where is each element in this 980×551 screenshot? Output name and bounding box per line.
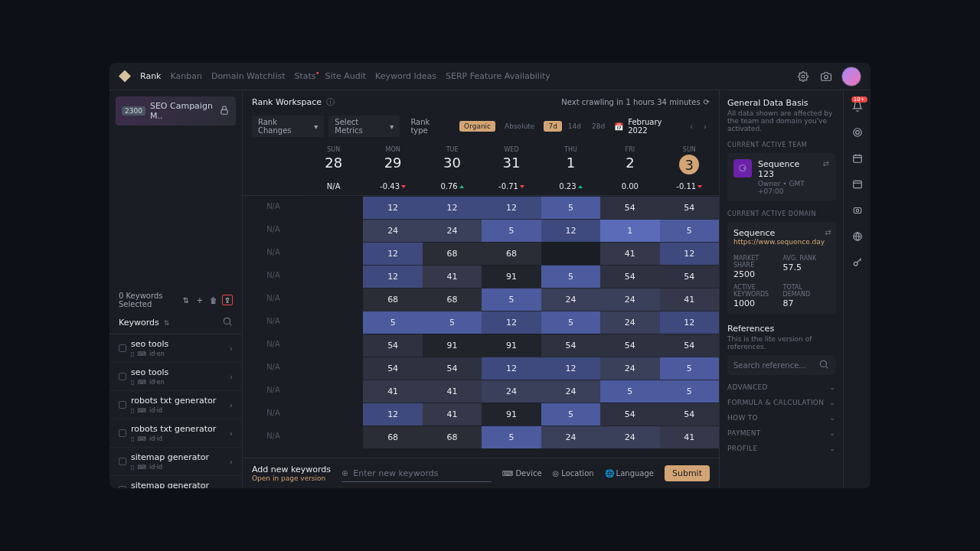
checkbox[interactable] — [119, 458, 126, 465]
rank-cell[interactable]: 54 — [423, 357, 482, 380]
campaign-selector[interactable]: 2300 SEO Campaign M.. — [116, 96, 236, 126]
keyword-input[interactable]: ⊕ Enter new keywords — [341, 465, 492, 482]
rank-type-absolute[interactable]: Absolute — [500, 121, 539, 132]
target-icon[interactable] — [851, 126, 864, 139]
rank-cell[interactable]: 12 — [482, 357, 541, 380]
checkbox[interactable] — [119, 373, 126, 380]
keyword-row[interactable]: seo tools▯⌨id·en› — [109, 334, 242, 363]
rank-cell[interactable]: 54 — [600, 265, 659, 288]
rank-cell[interactable]: 54 — [660, 196, 719, 219]
domain-card[interactable]: Sequence https://www.sequence.day ⇄ MARK… — [727, 222, 835, 315]
rank-cell[interactable]: 5 — [482, 425, 541, 448]
rank-cell[interactable]: 54 — [363, 357, 422, 380]
rank-cell[interactable]: 68 — [423, 242, 482, 265]
nav-kanban[interactable]: Kanban — [170, 71, 201, 81]
rank-cell[interactable]: 54 — [541, 334, 600, 357]
kw-column-header[interactable]: Keywords ⇅ — [109, 311, 242, 334]
checkbox[interactable] — [119, 344, 126, 352]
rank-cell[interactable]: 24 — [541, 425, 600, 448]
accordion-payment[interactable]: PAYMENT⌄ — [727, 425, 835, 441]
nav-rank[interactable]: Rank — [140, 71, 161, 81]
rank-cell[interactable]: 41 — [423, 403, 482, 425]
rank-cell[interactable]: 68 — [482, 242, 541, 265]
export-icon[interactable]: ⇪ — [222, 295, 233, 305]
rank-cell[interactable]: 5 — [482, 288, 541, 311]
rank-cell[interactable]: 68 — [363, 288, 422, 311]
rank-cell[interactable]: 41 — [600, 242, 659, 265]
rank-cell[interactable]: 91 — [482, 265, 541, 288]
next-button[interactable]: › — [701, 122, 710, 131]
location-selector[interactable]: ◎Location — [553, 469, 594, 478]
rank-cell[interactable]: 12 — [482, 196, 541, 219]
open-page-link[interactable]: Open in page version — [252, 474, 331, 482]
rank-cell[interactable]: 54 — [600, 334, 659, 357]
device-selector[interactable]: ⌨Device — [502, 469, 542, 478]
rank-cell[interactable]: 24 — [541, 288, 600, 311]
rank-cell[interactable] — [541, 242, 600, 265]
rank-cell[interactable]: 54 — [363, 334, 422, 357]
accordion-formula-calculation[interactable]: FORMULA & CALCULATION⌄ — [727, 395, 835, 410]
keyword-row[interactable]: robots txt generator▯⌨id·id› — [109, 419, 242, 448]
rank-cell[interactable]: 24 — [600, 288, 659, 311]
team-card[interactable]: ⚆ Sequence 123 Owner • GMT +07:00 ⇄ — [727, 153, 835, 201]
rank-cell[interactable]: 5 — [541, 265, 600, 288]
select-metrics-dropdown[interactable]: Select Metrics▾ — [328, 116, 400, 137]
rank-cell[interactable]: 5 — [660, 380, 719, 403]
rank-cell[interactable]: 41 — [660, 425, 719, 448]
rank-cell[interactable]: 5 — [363, 311, 422, 334]
calendar-icon[interactable] — [851, 152, 864, 165]
nav-stats[interactable]: Stats — [295, 71, 316, 81]
rank-cell[interactable]: 5 — [541, 196, 600, 219]
info-icon[interactable]: ⓘ — [326, 96, 335, 108]
rank-cell[interactable]: 5 — [660, 357, 719, 380]
sort-icon[interactable]: ⇅ — [181, 295, 191, 305]
globe-icon[interactable] — [851, 230, 864, 243]
rank-cell[interactable]: 1 — [600, 219, 659, 242]
rank-cell[interactable]: 41 — [423, 380, 482, 403]
period-28d[interactable]: 28d — [587, 121, 609, 132]
period-14d[interactable]: 14d — [564, 121, 586, 132]
rank-cell[interactable]: 5 — [482, 219, 541, 242]
rank-cell[interactable]: 54 — [660, 265, 719, 288]
rank-cell[interactable]: 91 — [482, 334, 541, 357]
rank-cell[interactable]: 24 — [423, 219, 482, 242]
rank-changes-dropdown[interactable]: Rank Changes▾ — [252, 116, 324, 137]
rank-cell[interactable]: 5 — [600, 380, 659, 403]
rank-cell[interactable]: 12 — [660, 242, 719, 265]
accordion-profile[interactable]: PROFILE⌄ — [727, 441, 835, 456]
rank-cell[interactable]: 24 — [600, 357, 659, 380]
period-7d[interactable]: 7d — [544, 121, 561, 132]
rank-cell[interactable]: 12 — [363, 242, 422, 265]
search-icon[interactable] — [222, 316, 233, 329]
rank-cell[interactable]: 24 — [541, 380, 600, 403]
prev-button[interactable]: ‹ — [687, 122, 696, 131]
rank-cell[interactable]: 41 — [660, 288, 719, 311]
rank-cell[interactable]: 68 — [363, 425, 422, 448]
keyword-row[interactable]: sitemap generator▯⌨id·id› — [109, 476, 242, 488]
keyword-row[interactable]: sitemap generator▯⌨id·id› — [109, 448, 242, 476]
accordion-advanced[interactable]: ADVANCED⌄ — [727, 380, 835, 395]
rank-cell[interactable]: 68 — [423, 425, 482, 448]
rank-cell[interactable]: 24 — [482, 380, 541, 403]
rank-cell[interactable]: 54 — [600, 403, 659, 425]
rank-cell[interactable]: 68 — [423, 288, 482, 311]
rank-cell[interactable]: 5 — [541, 403, 600, 425]
rank-cell[interactable]: 54 — [600, 196, 659, 219]
rank-cell[interactable]: 12 — [541, 219, 600, 242]
plus-icon[interactable]: + — [194, 295, 205, 305]
checkbox[interactable] — [119, 401, 126, 409]
key-icon[interactable] — [851, 256, 864, 269]
nav-serp-feature-availability[interactable]: SERP Feature Availability — [446, 71, 550, 81]
bell-icon[interactable]: 10+ — [851, 99, 864, 113]
rank-cell[interactable]: 91 — [482, 403, 541, 425]
rank-type-organic[interactable]: Organic — [459, 121, 495, 132]
reference-search[interactable]: Search reference... — [727, 355, 835, 375]
rank-cell[interactable]: 91 — [423, 334, 482, 357]
rank-cell[interactable]: 12 — [363, 403, 422, 425]
avatar[interactable] — [841, 67, 861, 86]
submit-button[interactable]: Submit — [665, 465, 710, 481]
rank-cell[interactable]: 12 — [482, 311, 541, 334]
rank-cell[interactable]: 5 — [660, 219, 719, 242]
nav-domain-watchlist[interactable]: Domain Watchlist — [211, 71, 286, 81]
rank-cell[interactable]: 12 — [660, 311, 719, 334]
